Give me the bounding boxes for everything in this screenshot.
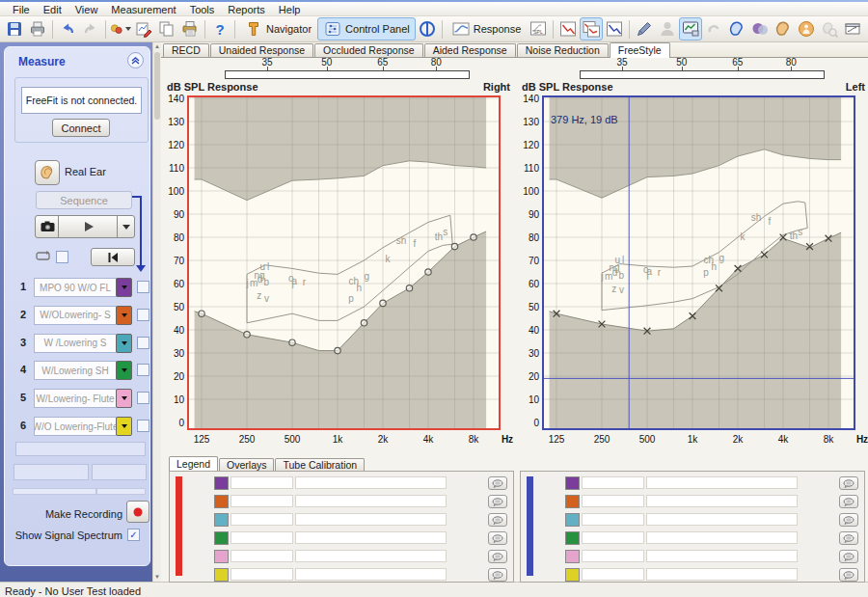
- legend-field-long[interactable]: [295, 513, 447, 526]
- chart-blue-button[interactable]: [603, 17, 626, 41]
- pen-button[interactable]: [633, 17, 656, 41]
- comment-button[interactable]: [488, 550, 507, 563]
- menu-reports[interactable]: Reports: [221, 4, 272, 15]
- menu-view[interactable]: View: [68, 4, 105, 15]
- mini-window-button[interactable]: [841, 17, 864, 41]
- connect-button[interactable]: Connect: [52, 119, 110, 137]
- slot-color-dropdown[interactable]: [116, 361, 132, 380]
- slot-checkbox[interactable]: [137, 364, 149, 376]
- spl-graph-button[interactable]: SPL: [527, 17, 550, 41]
- venn-button[interactable]: [748, 17, 772, 41]
- legend-field-short[interactable]: [231, 531, 293, 544]
- skip-to-start-button[interactable]: [91, 248, 135, 266]
- legend-field-short[interactable]: [582, 550, 644, 562]
- slot-stimulus-field[interactable]: W /Lowering S: [34, 334, 117, 353]
- legend-field-short[interactable]: [231, 495, 293, 507]
- comment-button[interactable]: [488, 568, 507, 582]
- menu-help[interactable]: Help: [272, 4, 308, 15]
- legend-field-short[interactable]: [582, 513, 644, 526]
- comment-button[interactable]: [488, 476, 507, 490]
- legend-field-long[interactable]: [646, 476, 798, 489]
- comment-button[interactable]: [488, 495, 507, 508]
- hook-button[interactable]: [702, 17, 725, 41]
- control-panel-button[interactable]: Control Panel: [317, 17, 416, 41]
- sidebar-scrollbar[interactable]: ▲ ▼: [152, 42, 161, 582]
- tab-noise-reduction[interactable]: Noise Reduction: [517, 43, 609, 57]
- redo-button[interactable]: [79, 17, 102, 41]
- scroll-down-icon[interactable]: ▼: [154, 574, 160, 581]
- ear-tan-button[interactable]: [772, 17, 795, 41]
- legend-field-long[interactable]: [646, 495, 798, 507]
- legend-field-short[interactable]: [582, 476, 644, 489]
- slot-color-dropdown[interactable]: [116, 306, 132, 325]
- slot-color-dropdown[interactable]: [116, 417, 132, 436]
- undo-button[interactable]: [56, 17, 79, 41]
- print-button[interactable]: [26, 17, 49, 41]
- tab-unaided-response[interactable]: Unaided Response: [210, 43, 313, 57]
- slot-color-dropdown[interactable]: [116, 389, 132, 408]
- menu-edit[interactable]: Edit: [37, 4, 68, 15]
- slot-stimulus-field[interactable]: W/Lowering- Flute: [34, 389, 117, 408]
- save-button[interactable]: [3, 17, 26, 41]
- globe-person-button[interactable]: [795, 17, 818, 41]
- edit-chart-button[interactable]: [132, 17, 155, 41]
- legend-field-short[interactable]: [582, 495, 644, 507]
- legend-field-long[interactable]: [295, 568, 447, 581]
- comment-button[interactable]: [839, 568, 858, 582]
- legend-field-short[interactable]: [231, 568, 293, 581]
- slot-checkbox[interactable]: [137, 420, 149, 432]
- slider-trough[interactable]: [225, 70, 470, 79]
- legend-field-short[interactable]: [582, 568, 644, 581]
- menu-tools[interactable]: Tools: [183, 4, 222, 15]
- legend-field-long[interactable]: [646, 513, 798, 526]
- tab-aided-response[interactable]: Aided Response: [424, 43, 516, 57]
- legend-tab-tube-calibration[interactable]: Tube Calibration: [275, 458, 365, 472]
- tab-recd[interactable]: RECD: [163, 43, 209, 57]
- snapshot-button[interactable]: [35, 215, 60, 238]
- legend-field-long[interactable]: [295, 476, 447, 489]
- legend-field-short[interactable]: [231, 550, 293, 562]
- scrollbar-thumb[interactable]: [154, 52, 160, 120]
- slot-checkbox[interactable]: [137, 337, 149, 349]
- slot-stimulus-field[interactable]: W/Lowering SH: [34, 361, 117, 380]
- slot-checkbox[interactable]: [137, 309, 149, 321]
- report-button[interactable]: [178, 17, 202, 41]
- legend-field-long[interactable]: [295, 495, 447, 507]
- menu-measurement[interactable]: Measurement: [104, 4, 182, 15]
- slot-color-dropdown[interactable]: [116, 334, 132, 353]
- navigator-button[interactable]: Navigator: [238, 17, 317, 41]
- response-curve-button[interactable]: Response: [446, 17, 528, 41]
- slot-checkbox[interactable]: [137, 281, 149, 293]
- legend-field-long[interactable]: [646, 568, 798, 581]
- legend-field-long[interactable]: [295, 550, 447, 562]
- comment-button[interactable]: [839, 513, 858, 527]
- scroll-up-icon[interactable]: ▲: [154, 43, 160, 50]
- slot-checkbox[interactable]: [137, 392, 149, 404]
- collapse-panel-button[interactable]: [127, 52, 144, 68]
- stimulus-level-slider[interactable]: 35506580: [163, 58, 514, 79]
- comment-button[interactable]: [839, 495, 858, 508]
- sequence-button[interactable]: Sequence: [36, 191, 132, 209]
- legend-field-long[interactable]: [646, 550, 798, 562]
- play-button[interactable]: [58, 215, 119, 238]
- spl-chart-left[interactable]: jmdbngulzvoairchhpgkshfths379 Hz, 19 dB0…: [518, 95, 868, 451]
- user-button[interactable]: [656, 17, 679, 41]
- slot-stimulus-field[interactable]: W/O Lowering-Flute: [34, 417, 117, 436]
- ear-search-button[interactable]: [818, 17, 841, 41]
- comment-button[interactable]: [488, 531, 507, 545]
- menu-file[interactable]: File: [6, 4, 37, 15]
- comment-button[interactable]: [839, 531, 858, 545]
- chart-screen-button[interactable]: [679, 17, 702, 41]
- legend-tab-overlays[interactable]: Overlays: [219, 458, 274, 472]
- legend-field-short[interactable]: [231, 476, 293, 489]
- comment-button[interactable]: [839, 550, 858, 563]
- legend-field-short[interactable]: [582, 531, 644, 544]
- chart-red-button[interactable]: [556, 17, 580, 41]
- comment-button[interactable]: [839, 476, 858, 490]
- legend-field-short[interactable]: [231, 513, 293, 526]
- stimulus-level-slider[interactable]: 35506580: [518, 58, 868, 79]
- chart-dual-button[interactable]: [580, 17, 603, 41]
- legend-field-long[interactable]: [646, 531, 798, 544]
- loop-checkbox[interactable]: [56, 251, 68, 263]
- spl-chart-right[interactable]: jmdbngulzvoairchhpgkshfths01020304050607…: [163, 95, 514, 451]
